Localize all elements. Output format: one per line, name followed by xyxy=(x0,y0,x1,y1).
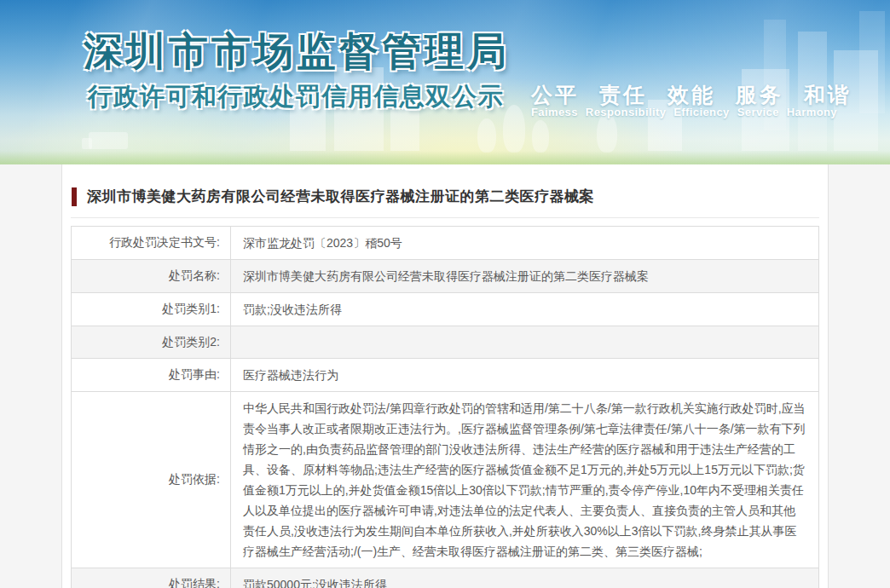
penalty-info-table: 行政处罚决定书文号: 深市监龙处罚〔2023〕稽50号 处罚名称: 深圳市博美健… xyxy=(71,226,819,588)
grass-strip xyxy=(0,151,890,164)
row-label: 行政处罚决定书文号: xyxy=(72,227,231,259)
row-value: 中华人民共和国行政处罚法/第四章行政处罚的管辖和适用/第二十八条/第一款行政机关… xyxy=(231,392,818,568)
header-banner: 深圳市市场监督管理局 行政许可和行政处罚信用信息双公示 公平 责任 效能 服务 … xyxy=(0,0,890,164)
row-label: 处罚事由: xyxy=(72,359,231,391)
row-label: 处罚结果: xyxy=(72,568,231,588)
title-accent-bar xyxy=(72,187,77,206)
row-value xyxy=(231,326,818,358)
row-label: 处罚类别1: xyxy=(72,293,231,326)
table-row: 处罚名称: 深圳市博美健大药房有限公司经营未取得医疗器械注册证的第二类医疗器械案 xyxy=(72,259,818,292)
row-value: 深圳市博美健大药房有限公司经营未取得医疗器械注册证的第二类医疗器械案 xyxy=(231,260,818,292)
table-row: 处罚事由: 医疗器械违法行为 xyxy=(72,358,818,391)
table-row: 处罚依据: 中华人民共和国行政处罚法/第四章行政处罚的管辖和适用/第二十八条/第… xyxy=(72,391,818,568)
row-value: 罚款50000元;没收违法所得 xyxy=(231,568,818,588)
content-panel: 深圳市博美健大药房有限公司经营未取得医疗器械注册证的第二类医疗器械案 行政处罚决… xyxy=(61,164,829,588)
title-divider xyxy=(71,217,819,218)
case-title: 深圳市博美健大药房有限公司经营未取得医疗器械注册证的第二类医疗器械案 xyxy=(87,187,594,206)
row-label: 处罚依据: xyxy=(72,392,231,568)
table-row: 行政处罚决定书文号: 深市监龙处罚〔2023〕稽50号 xyxy=(72,227,818,259)
table-row: 处罚类别1: 罚款;没收违法所得 xyxy=(72,292,818,326)
site-subtitle: 行政许可和行政处罚信用信息双公示 xyxy=(88,80,504,114)
site-title: 深圳市市场监督管理局 xyxy=(84,26,510,78)
row-value: 医疗器械违法行为 xyxy=(231,359,818,391)
row-label: 处罚名称: xyxy=(72,260,231,292)
row-value: 罚款;没收违法所得 xyxy=(231,293,818,326)
case-title-row: 深圳市博美健大药房有限公司经营未取得医疗器械注册证的第二类医疗器械案 xyxy=(71,187,819,206)
table-row: 处罚结果: 罚款50000元;没收违法所得 xyxy=(72,568,818,588)
table-row: 处罚类别2: xyxy=(72,326,818,358)
row-value: 深市监龙处罚〔2023〕稽50号 xyxy=(231,227,818,259)
slogan-english: Faimess Responsibility Efficiency Servic… xyxy=(531,106,837,118)
row-label: 处罚类别2: xyxy=(72,326,231,358)
